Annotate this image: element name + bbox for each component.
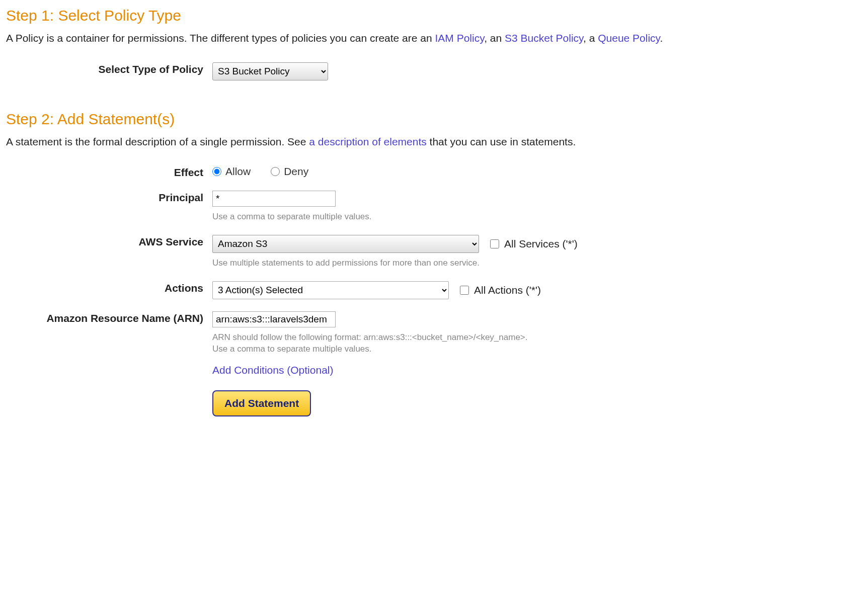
all-services-option[interactable]: All Services ('*'): [490, 238, 578, 250]
actions-label: Actions: [6, 280, 212, 294]
add-conditions-link[interactable]: Add Conditions (Optional): [212, 364, 333, 376]
aws-service-label: AWS Service: [6, 234, 212, 248]
aws-service-select[interactable]: Amazon S3: [212, 235, 479, 253]
aws-service-hint: Use multiple statements to add permissio…: [212, 257, 862, 269]
step1-heading: Step 1: Select Policy Type: [6, 7, 862, 24]
select-type-label: Select Type of Policy: [6, 61, 212, 75]
actions-select[interactable]: 3 Action(s) Selected: [212, 281, 449, 299]
all-actions-checkbox[interactable]: [460, 286, 469, 295]
iam-policy-link[interactable]: IAM Policy: [435, 32, 485, 44]
arn-hint: ARN should follow the following format: …: [212, 331, 595, 356]
principal-hint: Use a comma to separate multiple values.: [212, 211, 862, 223]
step2-heading: Step 2: Add Statement(s): [6, 111, 862, 128]
effect-allow-radio[interactable]: [212, 167, 221, 176]
description-of-elements-link[interactable]: a description of elements: [309, 136, 426, 147]
principal-label: Principal: [6, 190, 212, 204]
policy-type-select[interactable]: S3 Bucket Policy: [212, 62, 328, 80]
step1-description: A Policy is a container for permissions.…: [6, 30, 862, 46]
s3-bucket-policy-link[interactable]: S3 Bucket Policy: [505, 32, 583, 44]
all-services-checkbox[interactable]: [490, 239, 499, 248]
effect-deny-radio[interactable]: [271, 167, 280, 176]
step2-description: A statement is the formal description of…: [6, 134, 862, 150]
effect-allow-option[interactable]: Allow: [212, 165, 251, 178]
all-actions-option[interactable]: All Actions ('*'): [460, 284, 541, 296]
queue-policy-link[interactable]: Queue Policy: [598, 32, 660, 44]
principal-input[interactable]: [212, 191, 336, 207]
effect-label: Effect: [6, 164, 212, 179]
effect-deny-option[interactable]: Deny: [271, 165, 308, 178]
add-statement-button[interactable]: Add Statement: [212, 390, 311, 416]
arn-input[interactable]: [212, 311, 336, 327]
arn-label: Amazon Resource Name (ARN): [6, 310, 212, 324]
